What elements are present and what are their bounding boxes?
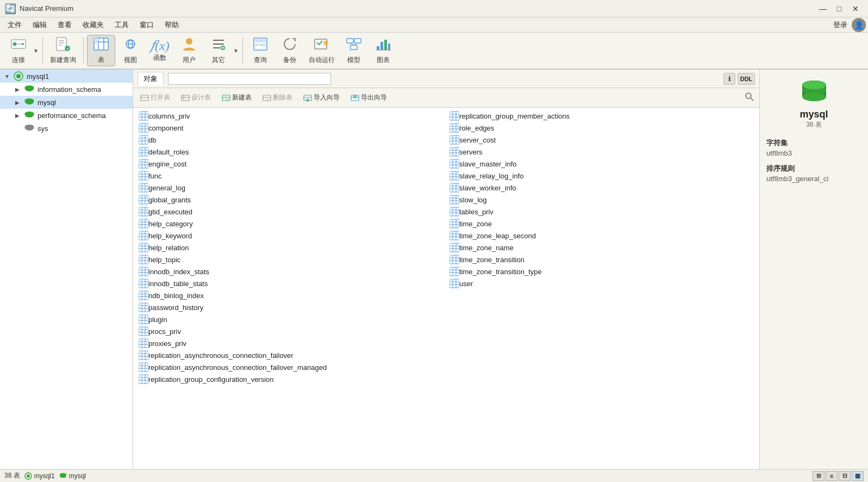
export-wizard-button[interactable]: 导出向导 — [346, 91, 392, 104]
menu-file[interactable]: 文件 — [2, 19, 27, 31]
user-button[interactable]: 用户 — [175, 35, 203, 66]
view-label: 视图 — [124, 55, 137, 65]
table-button[interactable]: 表 — [87, 35, 115, 66]
object-tab[interactable]: 对象 — [138, 72, 164, 85]
menu-window[interactable]: 窗口 — [134, 19, 159, 31]
table-row[interactable]: help_relation — [135, 242, 446, 254]
minimize-button[interactable]: — — [815, 3, 831, 14]
delete-table-icon: − — [263, 94, 271, 102]
table-row[interactable]: help_category — [135, 218, 446, 230]
table-row[interactable]: ndb_binlog_index — [135, 289, 446, 301]
tree-db-information-schema[interactable]: ▶ information_schema — [0, 83, 133, 96]
new-query-button[interactable]: + 新建查询 — [46, 35, 80, 66]
design-table-button[interactable]: 设计表 — [176, 91, 216, 104]
table-row[interactable]: replication_asynchronous_connection_fail… — [135, 349, 446, 361]
new-table-label: 新建表 — [232, 93, 252, 102]
table-row[interactable]: global_grants — [135, 194, 446, 206]
open-table-button[interactable]: 打开表 — [135, 91, 175, 104]
table-row[interactable]: time_zone_transition_type — [446, 265, 757, 277]
import-wizard-button[interactable]: 导入向导 — [298, 91, 345, 104]
table-row[interactable]: tables_priv — [446, 206, 757, 218]
other-button[interactable]: 其它 — [204, 35, 233, 66]
login-link[interactable]: 登录 — [833, 20, 847, 30]
chart-button[interactable]: 图表 — [369, 35, 397, 66]
table-row[interactable]: time_zone_name — [446, 242, 757, 254]
svg-rect-157 — [139, 255, 142, 258]
tree-db-performance-schema[interactable]: ▶ performance_schema — [0, 109, 133, 122]
menu-edit[interactable]: 编辑 — [27, 19, 52, 31]
table-row[interactable]: columns_priv — [135, 110, 446, 122]
menu-tools[interactable]: 工具 — [109, 19, 134, 31]
table-row[interactable]: role_edges — [446, 122, 757, 134]
menu-help[interactable]: 帮助 — [159, 19, 184, 31]
table-row[interactable]: general_log — [135, 182, 446, 194]
export-icon — [351, 94, 359, 102]
chart-label: 图表 — [377, 55, 390, 65]
tree-connection-mysql1[interactable]: ▼ mysql1 — [0, 70, 133, 83]
svg-rect-301 — [449, 267, 453, 270]
table-row[interactable]: help_topic — [135, 254, 446, 265]
table-row[interactable]: slave_worker_info — [446, 182, 757, 194]
search-input[interactable] — [168, 73, 331, 85]
table-row[interactable]: help_keyword — [135, 230, 446, 242]
table-row[interactable]: component — [135, 122, 446, 134]
table-row[interactable]: innodb_table_stats — [135, 277, 446, 289]
table-row[interactable]: server_cost — [446, 134, 757, 146]
table-row[interactable]: innodb_index_stats — [135, 265, 446, 277]
function-button[interactable]: 𝑓(x) 函数 — [146, 35, 174, 66]
menu-view[interactable]: 查看 — [52, 19, 77, 31]
db-icon-wrap: mysql 38 表 — [766, 78, 861, 129]
table-row[interactable]: gtid_executed — [135, 206, 446, 218]
backup-button[interactable]: 备份 — [276, 35, 304, 66]
tree-db-sys[interactable]: sys — [0, 122, 133, 135]
svg-text:+: + — [226, 97, 228, 102]
table-row[interactable]: user — [446, 277, 757, 289]
ddl-button[interactable]: DDL — [738, 73, 755, 85]
table-name-label: innodb_index_stats — [148, 268, 209, 276]
table-row[interactable]: proxies_priv — [135, 337, 446, 349]
table-row[interactable]: time_zone_transition — [446, 254, 757, 265]
table-row[interactable]: slave_master_info — [446, 158, 757, 170]
table-row[interactable]: slow_log — [446, 194, 757, 206]
table-row[interactable]: db — [135, 134, 446, 146]
table-row[interactable]: replication_group_member_actions — [446, 110, 757, 122]
tree-db-mysql[interactable]: ▶ mysql — [0, 96, 133, 109]
table-row[interactable]: replication_group_configuration_version — [135, 373, 446, 385]
model-button[interactable]: 模型 — [340, 35, 368, 66]
search-icon-btn[interactable] — [742, 91, 757, 104]
autorun-button[interactable]: 自动运行 — [305, 35, 339, 66]
table-row[interactable]: servers — [446, 146, 757, 158]
maximize-button[interactable]: □ — [831, 3, 847, 14]
view-list-btn[interactable]: ≡ — [826, 471, 838, 481]
view-detail-btn[interactable]: ⊟ — [839, 471, 851, 481]
delete-table-button[interactable]: − 删除表 — [258, 91, 297, 104]
tree-arrow-info-schema: ▶ — [15, 86, 24, 92]
table-row[interactable]: slave_relay_log_info — [446, 170, 757, 182]
new-table-button[interactable]: + 新建表 — [217, 91, 257, 104]
connect-button[interactable]: 连接 — [4, 35, 33, 66]
table-row[interactable]: time_zone_leap_second — [446, 230, 757, 242]
svg-rect-33 — [347, 39, 353, 43]
table-row[interactable]: replication_asynchronous_connection_fail… — [135, 361, 446, 373]
query-button[interactable]: 查询 — [246, 35, 274, 66]
right-panel: mysql 38 表 字符集 utf8mb3 排序规则 utf8mb3_gene… — [759, 70, 868, 469]
view-grid-btn[interactable]: ⊞ — [813, 471, 825, 481]
info-icon[interactable]: ℹ — [723, 73, 735, 85]
table-row[interactable]: plugin — [135, 313, 446, 325]
status-view-buttons: ⊞ ≡ ⊟ ▦ — [813, 471, 864, 481]
table-row[interactable]: procs_priv — [135, 325, 446, 337]
close-button[interactable]: ✕ — [847, 3, 864, 14]
other-arrow[interactable]: ▼ — [233, 35, 239, 66]
menu-favorites[interactable]: 收藏夹 — [77, 19, 109, 31]
svg-text:−: − — [266, 96, 269, 102]
table-row[interactable]: engine_cost — [135, 158, 446, 170]
table-row[interactable]: default_roles — [135, 146, 446, 158]
view-button[interactable]: 视图 — [116, 35, 145, 66]
connect-arrow[interactable]: ▼ — [33, 35, 39, 66]
table-row[interactable]: password_history — [135, 301, 446, 313]
user-avatar[interactable]: 👤 — [852, 18, 866, 32]
table-row[interactable]: time_zone — [446, 218, 757, 230]
view-thumbnail-btn[interactable]: ▦ — [852, 471, 864, 481]
open-table-label: 打开表 — [151, 93, 170, 102]
table-row[interactable]: func — [135, 170, 446, 182]
